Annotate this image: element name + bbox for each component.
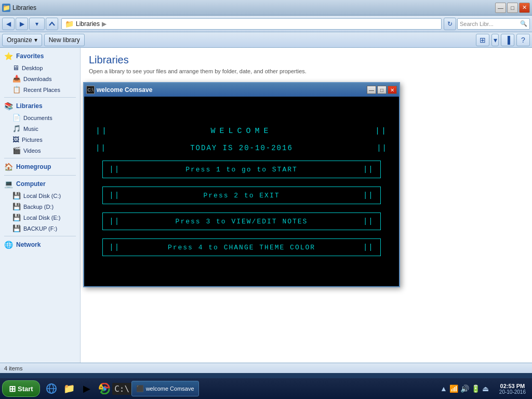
menu2-corner-left: || [109, 191, 120, 200]
close-button[interactable]: ✕ [519, 3, 530, 13]
tray-network-icon[interactable]: 📶 [449, 384, 458, 393]
organize-button[interactable]: Organize ▾ [2, 34, 42, 46]
start-button[interactable]: ⊞ Start [2, 380, 40, 397]
content-title: Libraries [89, 54, 524, 66]
status-bar: 4 items [0, 363, 532, 373]
disk-f-icon: 💾 [12, 224, 21, 232]
taskbar: ⊞ Start 📁 ▶ C:\ ⬛ welcome Comsave ▲ [0, 378, 532, 399]
divider-1 [4, 97, 76, 98]
sidebar-item-downloads[interactable]: 📥 Downloads [0, 73, 80, 84]
local-c-label: Local Disk (C:) [23, 193, 61, 199]
taskbar-cmd-icon[interactable]: C:\ [114, 380, 130, 397]
recent-button[interactable]: ▾ [29, 18, 45, 30]
tray-eject-icon[interactable]: ⏏ [482, 384, 489, 393]
console-menu-item-3[interactable]: || Press 3 to VIEW/EDIT NOTES || [102, 212, 380, 230]
sidebar-item-recent[interactable]: 📋 Recent Places [0, 84, 80, 95]
console-minimize-button[interactable]: — [367, 86, 376, 94]
refresh-button[interactable]: ↻ [444, 18, 456, 30]
windows-logo-icon: ⊞ [9, 384, 16, 394]
network-label: Network [16, 241, 41, 248]
breadcrumb-arrow: ▶ [102, 20, 107, 28]
view-toggle-button[interactable]: ⊞ [476, 34, 489, 46]
sidebar-section-computer: 💻 Computer 💾 Local Disk (C:) 💾 Backup (D… [0, 178, 80, 234]
sidebar-item-pictures[interactable]: 🖼 Pictures [0, 134, 80, 145]
documents-icon: 📄 [12, 114, 21, 122]
taskbar-chrome-icon[interactable] [96, 380, 113, 397]
up-button[interactable] [46, 18, 58, 30]
sidebar-item-local-c[interactable]: 💾 Local Disk (C:) [0, 190, 80, 201]
menu3-corner-right: || [363, 217, 374, 225]
help-button[interactable]: ? [516, 34, 530, 46]
taskbar-window-label: welcome Comsave [146, 385, 194, 392]
sidebar-section-network: 🌐 Network [0, 238, 80, 251]
console-window[interactable]: C:\ welcome Comsave — □ ✕ || WELCOME || … [83, 82, 400, 287]
libraries-icon: 📚 [4, 102, 13, 110]
divider-2 [4, 158, 76, 158]
computer-label: Computer [16, 180, 46, 188]
homegroup-icon: 🏠 [4, 163, 13, 171]
taskbar-right: ▲ 📶 🔊 🔋 ⏏ 02:53 PM 20-10-2016 [437, 383, 530, 395]
new-library-button[interactable]: New library [44, 34, 85, 46]
breadcrumb-text: Libraries [76, 20, 100, 28]
new-library-label: New library [49, 36, 80, 44]
date-text: TODAY IS 20-10-2016 [190, 144, 293, 152]
libraries-header[interactable]: 📚 Libraries [0, 100, 80, 112]
minimize-button[interactable]: — [495, 3, 506, 13]
welcome-corner-right: || [375, 127, 388, 136]
sidebar-section-homegroup: 🏠 Homegroup [0, 161, 80, 173]
star-icon: ⭐ [4, 52, 13, 60]
taskbar-window-icon: ⬛ [136, 385, 144, 392]
recent-icon: 📋 [12, 86, 21, 94]
desktop-icon: 🖥 [12, 64, 19, 72]
console-title-bar[interactable]: C:\ welcome Comsave — □ ✕ [84, 83, 399, 97]
search-box[interactable]: Search Libr... 🔍 [457, 18, 530, 30]
preview-pane-button[interactable]: ▐ [501, 34, 514, 46]
music-icon: 🎵 [12, 125, 21, 132]
console-maximize-button[interactable]: □ [377, 86, 387, 94]
menu3-corner-left: || [109, 217, 120, 225]
disk-c-icon: 💾 [12, 192, 21, 200]
tray-volume-icon[interactable]: 🔊 [460, 384, 469, 393]
search-icon: 🔍 [520, 20, 527, 27]
tray-up-icon[interactable]: ▲ [440, 384, 447, 393]
breadcrumb[interactable]: 📁 Libraries ▶ [61, 18, 442, 30]
network-header[interactable]: 🌐 Network [0, 238, 80, 251]
maximize-button[interactable]: □ [507, 3, 518, 13]
network-icon: 🌐 [4, 241, 13, 249]
sidebar-section-favorites: ⭐ Favorites 🖥 Desktop 📥 Downloads 📋 Rece… [0, 50, 80, 95]
tray-battery-icon[interactable]: 🔋 [471, 384, 480, 393]
sidebar: ⭐ Favorites 🖥 Desktop 📥 Downloads 📋 Rece… [0, 48, 81, 363]
computer-header[interactable]: 💻 Computer [0, 178, 80, 190]
taskbar-explorer-icon[interactable]: 📁 [61, 380, 77, 397]
disk-d-icon: 💾 [12, 203, 21, 210]
clock[interactable]: 02:53 PM 20-10-2016 [495, 383, 530, 395]
console-date-line: || TODAY IS 20-10-2016 || [90, 144, 393, 152]
console-menu-item-4[interactable]: || Press 4 to CHANGE THEME COLOR || [102, 238, 380, 256]
music-label: Music [23, 126, 38, 132]
taskbar-media-icon[interactable]: ▶ [78, 380, 95, 397]
sidebar-item-videos[interactable]: 🎬 Videos [0, 145, 80, 156]
organize-label: Organize [7, 36, 32, 44]
console-menu-item-2[interactable]: || Press 2 to EXIT || [102, 187, 380, 204]
favorites-header[interactable]: ⭐ Favorites [0, 50, 80, 62]
taskbar-window-button[interactable]: ⬛ welcome Comsave [131, 381, 199, 396]
forward-button[interactable]: ▶ [16, 18, 28, 30]
console-body: || WELCOME || || TODAY IS 20-10-2016 || … [84, 97, 399, 286]
console-close-button[interactable]: ✕ [388, 86, 397, 94]
taskbar-ie-icon[interactable] [43, 380, 60, 397]
back-button[interactable]: ◀ [2, 18, 15, 30]
date-corner-left: || [96, 144, 107, 152]
sidebar-item-backup-d[interactable]: 💾 Backup (D:) [0, 201, 80, 212]
console-menu-item-1[interactable]: || Press 1 to go to START || [102, 161, 380, 178]
sidebar-item-music[interactable]: 🎵 Music [0, 123, 80, 134]
view-dropdown-button[interactable]: ▾ [491, 34, 499, 46]
sidebar-item-local-e[interactable]: 💾 Local Disk (E:) [0, 212, 80, 223]
backup-f-label: BACKUP (F:) [23, 225, 57, 232]
menu4-text: Press 4 to CHANGE THEME COLOR [120, 244, 363, 251]
menu1-corner-right: || [363, 165, 374, 174]
sidebar-item-desktop[interactable]: 🖥 Desktop [0, 62, 80, 73]
sidebar-item-backup-f[interactable]: 💾 BACKUP (F:) [0, 223, 80, 234]
homegroup-header[interactable]: 🏠 Homegroup [0, 161, 80, 173]
clock-time: 02:53 PM [500, 383, 525, 389]
sidebar-item-documents[interactable]: 📄 Documents [0, 112, 80, 123]
